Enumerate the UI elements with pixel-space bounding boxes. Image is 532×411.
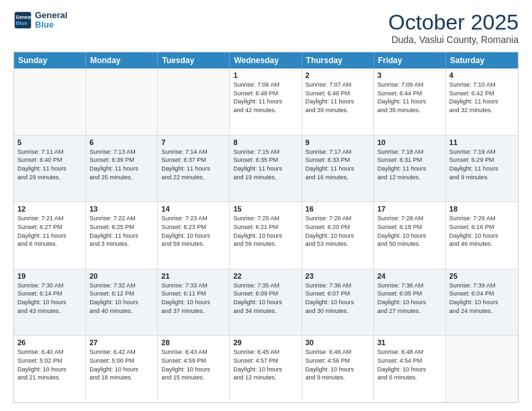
cal-day-29: 29Sunrise: 6:45 AM Sunset: 4:57 PM Dayli… xyxy=(230,336,302,402)
day-number: 28 xyxy=(161,338,226,347)
day-info: Sunrise: 7:17 AM Sunset: 6:33 PM Dayligh… xyxy=(306,148,370,181)
logo-general: General xyxy=(35,11,67,20)
day-number: 3 xyxy=(378,71,442,79)
svg-text:Blue: Blue xyxy=(16,20,28,26)
day-info: Sunrise: 7:33 AM Sunset: 6:11 PM Dayligh… xyxy=(161,281,226,315)
page: General Blue General Blue October 2025 D… xyxy=(0,0,532,411)
day-number: 1 xyxy=(233,71,298,79)
day-info: Sunrise: 7:22 AM Sunset: 6:25 PM Dayligh… xyxy=(89,214,154,248)
day-info: Sunrise: 7:21 AM Sunset: 6:27 PM Dayligh… xyxy=(17,214,82,248)
cal-day-28: 28Sunrise: 6:43 AM Sunset: 4:59 PM Dayli… xyxy=(158,336,230,402)
day-info: Sunrise: 6:43 AM Sunset: 4:59 PM Dayligh… xyxy=(161,348,226,381)
day-info: Sunrise: 7:11 AM Sunset: 6:40 PM Dayligh… xyxy=(17,148,82,181)
day-number: 14 xyxy=(161,205,226,213)
cal-week-2: 12Sunrise: 7:21 AM Sunset: 6:27 PM Dayli… xyxy=(14,202,518,269)
day-number: 9 xyxy=(306,138,370,146)
cal-day-4: 4Sunrise: 7:10 AM Sunset: 6:42 PM Daylig… xyxy=(446,68,518,135)
day-info: Sunrise: 7:13 AM Sunset: 6:39 PM Dayligh… xyxy=(89,148,154,181)
cal-day-6: 6Sunrise: 7:13 AM Sunset: 6:39 PM Daylig… xyxy=(86,136,158,202)
col-header-tuesday: Tuesday xyxy=(158,52,230,68)
cal-day-8: 8Sunrise: 7:15 AM Sunset: 6:35 PM Daylig… xyxy=(230,136,302,202)
day-number: 5 xyxy=(17,138,82,146)
day-number: 7 xyxy=(161,138,226,146)
cal-day-9: 9Sunrise: 7:17 AM Sunset: 6:33 PM Daylig… xyxy=(302,136,374,202)
day-info: Sunrise: 6:46 AM Sunset: 4:56 PM Dayligh… xyxy=(306,348,370,381)
cal-week-3: 19Sunrise: 7:30 AM Sunset: 6:14 PM Dayli… xyxy=(14,269,518,336)
day-info: Sunrise: 7:39 AM Sunset: 6:04 PM Dayligh… xyxy=(449,281,515,315)
day-info: Sunrise: 6:40 AM Sunset: 5:02 PM Dayligh… xyxy=(17,348,82,381)
cal-day-7: 7Sunrise: 7:14 AM Sunset: 6:37 PM Daylig… xyxy=(158,136,230,202)
cal-week-1: 5Sunrise: 7:11 AM Sunset: 6:40 PM Daylig… xyxy=(14,136,518,203)
cal-empty-0-1 xyxy=(86,68,158,135)
cal-day-1: 1Sunrise: 7:06 AM Sunset: 6:48 PM Daylig… xyxy=(230,68,302,135)
col-header-sunday: Sunday xyxy=(14,52,86,68)
day-number: 25 xyxy=(449,272,515,280)
cal-day-13: 13Sunrise: 7:22 AM Sunset: 6:25 PM Dayli… xyxy=(86,202,158,269)
calendar: SundayMondayTuesdayWednesdayThursdayFrid… xyxy=(13,52,519,403)
day-number: 23 xyxy=(306,272,370,280)
day-number: 6 xyxy=(89,138,154,146)
day-info: Sunrise: 6:48 AM Sunset: 4:54 PM Dayligh… xyxy=(378,348,442,381)
cal-day-10: 10Sunrise: 7:18 AM Sunset: 6:31 PM Dayli… xyxy=(374,136,446,202)
day-number: 22 xyxy=(233,272,298,280)
cal-empty-0-0 xyxy=(14,68,86,135)
cal-day-3: 3Sunrise: 7:09 AM Sunset: 6:44 PM Daylig… xyxy=(374,68,446,135)
day-info: Sunrise: 7:38 AM Sunset: 6:05 PM Dayligh… xyxy=(378,281,442,315)
day-number: 30 xyxy=(306,338,370,347)
cal-week-0: 1Sunrise: 7:06 AM Sunset: 6:48 PM Daylig… xyxy=(14,68,518,136)
logo-blue: Blue xyxy=(35,20,67,30)
logo-icon: General Blue xyxy=(13,11,32,30)
cal-day-15: 15Sunrise: 7:25 AM Sunset: 6:21 PM Dayli… xyxy=(230,202,302,269)
day-info: Sunrise: 7:15 AM Sunset: 6:35 PM Dayligh… xyxy=(233,148,298,181)
cal-day-26: 26Sunrise: 6:40 AM Sunset: 5:02 PM Dayli… xyxy=(14,336,86,402)
col-header-friday: Friday xyxy=(374,52,446,68)
cal-day-23: 23Sunrise: 7:36 AM Sunset: 6:07 PM Dayli… xyxy=(302,269,374,336)
day-number: 21 xyxy=(161,272,226,280)
cal-day-17: 17Sunrise: 7:28 AM Sunset: 6:18 PM Dayli… xyxy=(374,202,446,269)
col-header-wednesday: Wednesday xyxy=(230,52,302,68)
day-number: 4 xyxy=(449,71,515,79)
header: General Blue General Blue October 2025 D… xyxy=(13,11,519,45)
day-number: 12 xyxy=(17,205,82,213)
day-number: 15 xyxy=(233,205,298,213)
day-info: Sunrise: 7:10 AM Sunset: 6:42 PM Dayligh… xyxy=(449,81,515,114)
day-number: 10 xyxy=(378,138,442,146)
cal-day-2: 2Sunrise: 7:07 AM Sunset: 6:46 PM Daylig… xyxy=(302,68,374,135)
main-title: October 2025 xyxy=(388,11,519,34)
subtitle: Duda, Vaslui County, Romania xyxy=(388,34,519,45)
day-info: Sunrise: 7:19 AM Sunset: 6:29 PM Dayligh… xyxy=(449,148,515,181)
day-info: Sunrise: 7:30 AM Sunset: 6:14 PM Dayligh… xyxy=(17,281,82,315)
cal-day-12: 12Sunrise: 7:21 AM Sunset: 6:27 PM Dayli… xyxy=(14,202,86,269)
day-info: Sunrise: 7:28 AM Sunset: 6:18 PM Dayligh… xyxy=(378,214,442,248)
day-number: 13 xyxy=(89,205,154,213)
day-info: Sunrise: 7:36 AM Sunset: 6:07 PM Dayligh… xyxy=(306,281,370,315)
day-number: 16 xyxy=(306,205,370,213)
cal-day-14: 14Sunrise: 7:23 AM Sunset: 6:23 PM Dayli… xyxy=(158,202,230,269)
cal-day-30: 30Sunrise: 6:46 AM Sunset: 4:56 PM Dayli… xyxy=(302,336,374,402)
cal-day-19: 19Sunrise: 7:30 AM Sunset: 6:14 PM Dayli… xyxy=(14,269,86,336)
calendar-body: 1Sunrise: 7:06 AM Sunset: 6:48 PM Daylig… xyxy=(14,68,518,402)
cal-day-24: 24Sunrise: 7:38 AM Sunset: 6:05 PM Dayli… xyxy=(374,269,446,336)
day-number: 18 xyxy=(449,205,515,213)
cal-day-27: 27Sunrise: 6:42 AM Sunset: 5:00 PM Dayli… xyxy=(86,336,158,402)
day-number: 26 xyxy=(17,338,82,347)
day-info: Sunrise: 7:18 AM Sunset: 6:31 PM Dayligh… xyxy=(378,148,442,181)
cal-day-25: 25Sunrise: 7:39 AM Sunset: 6:04 PM Dayli… xyxy=(446,269,518,336)
day-number: 19 xyxy=(17,272,82,280)
col-header-monday: Monday xyxy=(86,52,158,68)
day-info: Sunrise: 7:35 AM Sunset: 6:09 PM Dayligh… xyxy=(233,281,298,315)
day-number: 2 xyxy=(306,71,370,79)
cal-day-22: 22Sunrise: 7:35 AM Sunset: 6:09 PM Dayli… xyxy=(230,269,302,336)
cal-empty-0-2 xyxy=(158,68,230,135)
day-number: 20 xyxy=(89,272,154,280)
cal-week-4: 26Sunrise: 6:40 AM Sunset: 5:02 PM Dayli… xyxy=(14,336,518,402)
cal-empty-4-6 xyxy=(446,336,518,402)
day-info: Sunrise: 7:23 AM Sunset: 6:23 PM Dayligh… xyxy=(161,214,226,248)
day-info: Sunrise: 7:32 AM Sunset: 6:12 PM Dayligh… xyxy=(89,281,154,315)
day-number: 24 xyxy=(378,272,442,280)
cal-day-18: 18Sunrise: 7:29 AM Sunset: 6:16 PM Dayli… xyxy=(446,202,518,269)
cal-day-20: 20Sunrise: 7:32 AM Sunset: 6:12 PM Dayli… xyxy=(86,269,158,336)
col-header-thursday: Thursday xyxy=(302,52,374,68)
day-info: Sunrise: 6:45 AM Sunset: 4:57 PM Dayligh… xyxy=(233,348,298,381)
day-number: 31 xyxy=(378,338,442,347)
